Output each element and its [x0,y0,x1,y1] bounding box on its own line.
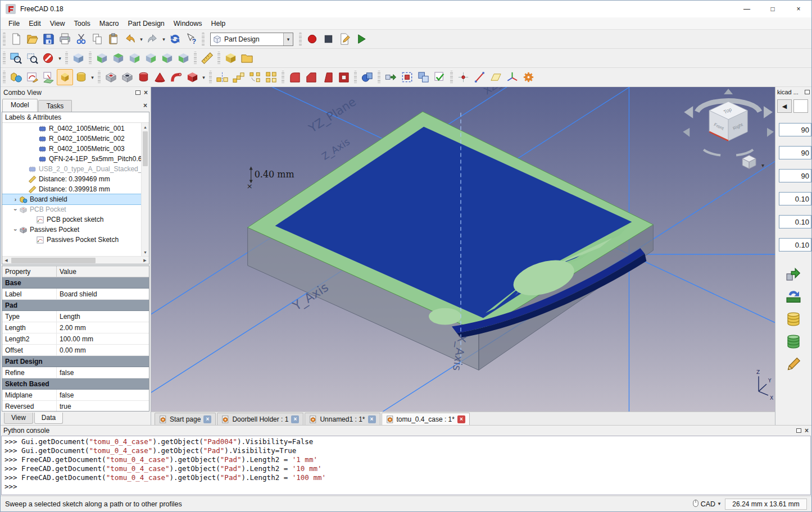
tree-item[interactable]: Passives Pocket Sketch [2,235,141,245]
scrollbar-thumb[interactable] [143,131,148,166]
view-bottom-button[interactable] [159,50,175,66]
scroll-up-icon[interactable]: ▲ [142,123,149,131]
property-row[interactable]: Midplanefalse [2,390,149,401]
redo-button[interactable] [144,31,161,47]
property-value[interactable]: Length [57,311,149,322]
datum-point-button[interactable] [455,69,471,85]
view-right-button[interactable] [126,50,143,66]
3d-view[interactable]: YZ_Plane Z_Axis Y_Axis X_Axis XZ_Plane 0… [151,87,775,412]
undo-dropdown-icon[interactable]: ▾ [138,31,144,47]
scrollbar-thumb[interactable] [11,258,96,263]
tree-item[interactable]: Distance: 0.399469 mm [2,174,141,184]
tree-item[interactable]: QFN-24-1EP_5x5mm_Pitch0.65mm [2,154,141,164]
menu-part-design[interactable]: Part Design [124,18,169,29]
close-tab-icon[interactable]: × [291,415,299,423]
map-sketch-button[interactable] [40,69,57,85]
scroll-right-icon[interactable]: ▶ [141,257,149,264]
tree-item[interactable]: PCB pocket sketch [2,214,141,225]
nav-style-selector[interactable]: CAD ▼ [692,499,722,509]
back-arrow-button[interactable]: ◀ [777,99,792,113]
property-value[interactable]: false [57,390,149,400]
panel-button[interactable] [793,99,808,113]
tree-vertical-scrollbar[interactable]: ▲ ▼ [141,123,149,256]
linear-pattern-button[interactable] [230,69,247,85]
property-row[interactable]: Length2.00 mm [2,322,149,333]
undo-button[interactable] [122,31,138,47]
number-input[interactable]: 0.10 [779,238,811,252]
number-input[interactable]: 90 [779,123,811,136]
collapse-icon[interactable]: › [12,227,19,233]
revolution-button[interactable] [73,69,89,85]
print-button[interactable] [57,31,73,47]
chamfer-button[interactable] [303,69,319,85]
cut-button[interactable] [73,31,89,47]
property-value[interactable]: 100.00 mm [57,333,149,344]
coil-yellow-button[interactable] [781,309,806,330]
menu-edit[interactable]: Edit [24,18,46,29]
new-file-button[interactable] [8,31,24,47]
view-rear-button[interactable] [143,50,159,66]
tab-model[interactable]: Model [2,99,38,112]
tree-item[interactable]: Distance: 0.399918 mm [2,184,141,194]
number-input[interactable]: 90 [779,169,811,182]
macro-stop-button[interactable] [320,31,337,47]
tree-item[interactable]: R_0402_1005Metric_001 [2,124,141,134]
workbench-selector[interactable]: Part Design▾ [210,33,293,46]
close-panel-icon[interactable]: × [805,427,809,434]
measure-distance-button[interactable] [199,50,215,66]
subtractive-primitive-dropdown-icon[interactable]: ▾ [201,69,207,85]
document-tab[interactable]: Start page× [155,413,216,425]
pad-button[interactable] [57,69,73,85]
float-panel-icon[interactable] [135,90,140,95]
boolean-button[interactable] [359,69,375,85]
minimize-button[interactable]: — [734,1,760,17]
property-row[interactable]: Refinefalse [2,367,149,378]
number-input[interactable]: 0.10 [779,192,811,205]
multitransform-button[interactable] [263,69,279,85]
property-row[interactable]: Reversedtrue [2,401,149,412]
box-zoom-button[interactable] [24,50,40,66]
create-sketch-button[interactable] [24,69,40,85]
local-coordinate-system-button[interactable] [504,69,520,85]
close-panel-icon[interactable]: × [144,89,148,96]
3d-scene[interactable]: YZ_Plane Z_Axis Y_Axis X_Axis XZ_Plane 0… [151,87,775,412]
property-value[interactable]: false [57,367,149,378]
scroll-left-icon[interactable]: ◀ [2,257,10,264]
redo-dropdown-icon[interactable]: ▾ [161,31,167,47]
menu-windows[interactable]: Windows [169,18,207,29]
migrate-button[interactable] [383,69,399,85]
number-input[interactable]: 0.10 [779,215,811,228]
mirrored-button[interactable] [214,69,230,85]
menu-view[interactable]: View [46,18,70,29]
datum-plane-button[interactable] [488,69,504,85]
fillet-button[interactable] [287,69,303,85]
navcube-menu-icon[interactable]: ▾ [761,163,764,169]
float-panel-icon[interactable] [805,90,810,94]
open-file-button[interactable] [24,31,40,47]
tab-data[interactable]: Data [34,413,63,424]
collapse-icon[interactable]: › [12,207,19,213]
property-row[interactable]: LabelBoard shield [2,289,149,300]
hole-button[interactable] [119,69,135,85]
close-tab-icon[interactable]: × [368,415,376,423]
document-tab[interactable]: Unnamed1 : 1*× [305,413,380,425]
close-tab-icon[interactable]: × [457,415,465,423]
property-value[interactable]: 0.00 mm [57,345,149,355]
fit-all-button[interactable] [8,50,24,66]
groove-button[interactable] [135,69,152,85]
subtractive-loft-button[interactable] [152,69,168,85]
datum-line-button[interactable] [471,69,488,85]
tree-item[interactable]: R_0402_1005Metric_003 [2,144,141,154]
save-file-button[interactable] [40,31,57,47]
copy-button[interactable] [89,31,106,47]
document-tab[interactable]: Doorbell Holder : 1× [217,413,303,425]
scroll-down-icon[interactable]: ▼ [142,248,149,256]
property-value[interactable]: Board shield [57,289,149,299]
subtractive-primitive-button[interactable] [184,69,201,85]
tab-tasks[interactable]: Tasks [38,100,72,112]
edit-pencil-button[interactable] [781,354,806,374]
tree-item[interactable]: ›Board shield [2,194,141,204]
document-tab[interactable]: tomu_0.4_case : 1*× [382,413,470,425]
shapebinder-button[interactable] [399,69,415,85]
tree-item[interactable]: R_0402_1005Metric_002 [2,134,141,144]
